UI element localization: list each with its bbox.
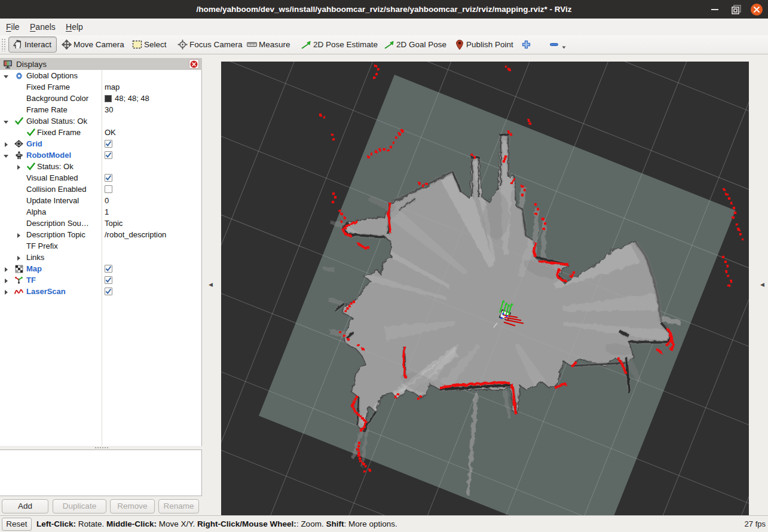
tool-select[interactable]: Select [132,36,167,53]
property-name: TF Prefix [26,240,58,252]
select-icon [132,39,142,50]
property-checkbox[interactable] [105,286,112,297]
status-segment: Right-Click/Mouse Wheel: [197,519,296,528]
property-name: Map [26,263,42,274]
dock-collapse-right-icon[interactable]: ◀ [760,282,764,288]
status-segment: : Zoom. [296,519,326,528]
expander-icon[interactable] [16,254,22,260]
tool-interact[interactable]: Interact [8,36,57,53]
property-checkbox[interactable] [105,184,112,195]
panel-splitter-handle[interactable] [94,447,109,449]
duplicate-button[interactable]: Duplicate [53,499,106,513]
display-tree: Global OptionsFixed FramemapBackground C… [0,70,202,446]
tree-row-global-options[interactable]: Global Options [0,70,201,81]
property-value[interactable]: Topic [105,218,123,229]
tree-row-laserscan[interactable]: LaserScan [0,286,201,297]
property-value[interactable]: map [105,81,120,93]
rename-button[interactable]: Rename [158,499,199,513]
menu-bar: FilePanelsHelp [0,19,768,35]
property-name: Fixed Frame [26,81,70,93]
property-value[interactable]: 30 [105,104,113,115]
expander-icon[interactable] [3,72,9,78]
tree-row-collision-enabled[interactable]: Collision Enabled [0,184,201,195]
check-icon [26,128,35,137]
expander-icon[interactable] [16,163,22,169]
property-name: LaserScan [26,286,66,297]
property-name: TF [26,274,36,286]
expander-icon[interactable] [3,265,9,271]
property-value[interactable]: OK [105,127,116,138]
maximize-button[interactable] [726,0,746,19]
remove-button[interactable]: Remove [110,499,155,513]
expander-icon[interactable] [3,140,9,146]
tool-remove-tool[interactable] [549,36,566,53]
tree-row-tf-prefix[interactable]: TF Prefix [0,240,201,252]
grid-icon [14,139,23,148]
empty-panel [0,450,202,496]
expander-icon[interactable] [3,288,9,294]
tool-2d-goal-pose[interactable]: 2D Goal Pose [384,36,446,53]
dock-collapse-left-icon[interactable]: ◀ [209,282,213,288]
tool-add-tool[interactable] [521,36,531,53]
add-button[interactable]: Add [2,499,48,513]
tool-publish-point[interactable]: Publish Point [454,36,513,53]
remove-tool-icon [549,39,559,50]
property-value[interactable]: 48; 48; 48 [105,93,149,104]
expander-icon[interactable] [16,231,22,237]
tool-label: Measure [259,40,290,49]
tree-row-status-ok[interactable]: Status: Ok [0,161,201,172]
status-segment: Left-Click: [36,519,76,528]
tree-row-description-topic[interactable]: Description Topic/robot_description [0,229,201,240]
toolbar-drag-handle[interactable] [1,38,6,51]
menu-item-help[interactable]: Help [66,19,83,35]
property-name: Frame Rate [26,104,68,115]
property-checkbox[interactable] [105,274,112,286]
tool-measure[interactable]: Measure [247,36,290,53]
tree-row-links[interactable]: Links [0,252,201,263]
gear-icon [14,71,23,80]
tree-row-fixed-frame[interactable]: Fixed Framemap [0,81,201,93]
close-button[interactable] [746,0,767,19]
tree-row-map[interactable]: Map [0,263,201,274]
property-value[interactable]: 1 [105,206,109,218]
tree-row-frame-rate[interactable]: Frame Rate30 [0,104,201,115]
reset-button[interactable]: Reset [2,518,32,531]
property-checkbox[interactable] [105,263,112,274]
tree-row-robotmodel[interactable]: RobotModel [0,149,201,161]
displays-panel-close-button[interactable] [189,59,199,69]
laser-icon [14,287,23,296]
menu-item-file[interactable]: File [6,19,20,35]
displays-panel-header[interactable]: Displays [0,58,202,70]
expander-icon[interactable] [3,277,9,283]
minimize-icon [711,9,718,10]
color-swatch [105,95,112,102]
tool-move-camera[interactable]: Move Camera [62,36,124,53]
expander-icon[interactable] [3,118,9,124]
property-name: Update Interval [26,195,79,206]
goal-pose-icon [384,39,394,50]
property-name: Grid [26,138,42,149]
tree-row-update-interval[interactable]: Update Interval0 [0,195,201,206]
expander-icon[interactable] [3,152,9,158]
tree-row-grid[interactable]: Grid [0,138,201,149]
tree-row-alpha[interactable]: Alpha1 [0,206,201,218]
wall [500,134,509,135]
property-value[interactable]: 0 [105,195,109,206]
tree-column-divider[interactable] [102,70,102,446]
minimize-button[interactable] [705,0,725,19]
tree-row-fixed-frame[interactable]: Fixed FrameOK [0,127,201,138]
render-viewport[interactable] [221,62,749,515]
property-checkbox[interactable] [105,172,112,184]
tool-focus-camera[interactable]: Focus Camera [178,36,243,53]
tree-row-global-status-ok[interactable]: Global Status: Ok [0,115,201,127]
tool-2d-pose-estimate[interactable]: 2D Pose Estimate [301,36,378,53]
tree-row-tf[interactable]: TF [0,274,201,286]
tool-label: Publish Point [466,40,513,49]
tree-row-background-color[interactable]: Background Color48; 48; 48 [0,93,201,104]
property-checkbox[interactable] [105,149,112,161]
tree-row-description-sou-[interactable]: Description Sou…Topic [0,218,201,229]
menu-item-panels[interactable]: Panels [30,19,56,35]
property-value[interactable]: /robot_description [105,229,166,240]
tree-row-visual-enabled[interactable]: Visual Enabled [0,172,201,184]
property-checkbox[interactable] [105,138,112,149]
